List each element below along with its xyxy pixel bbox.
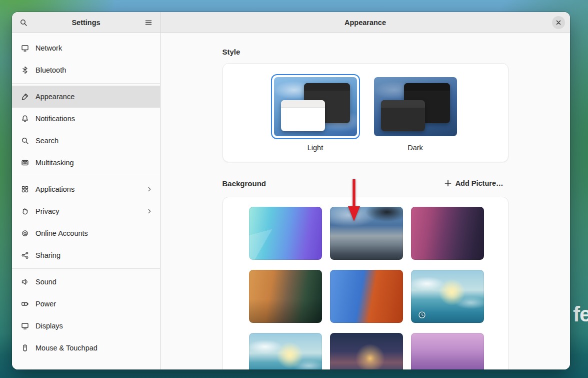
content-pane: Appearance Style L <box>160 12 570 369</box>
sidebar-item-label: Bluetooth <box>36 66 153 74</box>
page-title: Appearance <box>160 19 570 27</box>
sidebar-item-label: Notifications <box>36 115 153 123</box>
sidebar-item-label: Applications <box>36 185 140 193</box>
mouse-icon <box>21 344 29 352</box>
sidebar-separator <box>12 83 160 84</box>
sidebar-list: Network Bluetooth Appearance Notificatio… <box>12 33 160 359</box>
sidebar-item-privacy[interactable]: Privacy <box>12 200 160 222</box>
settings-window: Settings Network Bluetooth Appearance <box>12 12 570 369</box>
sidebar-item-search[interactable]: Search <box>12 130 160 152</box>
privacy-hand-icon <box>21 207 29 215</box>
sidebar-item-label: Multitasking <box>36 159 153 167</box>
sidebar-item-label: Displays <box>36 322 153 330</box>
sidebar-item-sound[interactable]: Sound <box>12 271 160 293</box>
content-headerbar: Appearance <box>160 12 570 33</box>
background-thumbnail-magenta-waves[interactable] <box>411 207 484 260</box>
add-picture-label: Add Picture… <box>456 179 504 187</box>
desktop-watermark: fe <box>573 302 588 326</box>
sidebar-item-power[interactable]: Power <box>12 293 160 315</box>
style-card: Light Dark <box>222 63 508 162</box>
at-symbol-icon <box>21 229 29 237</box>
background-thumbnail-island-night[interactable] <box>330 333 403 369</box>
style-light-preview <box>274 77 357 136</box>
sidebar-item-appearance[interactable]: Appearance <box>12 86 160 108</box>
bell-icon <box>21 115 29 123</box>
style-option-light[interactable]: Light <box>271 74 360 152</box>
speaker-icon <box>21 278 29 286</box>
background-thumbnail-orange-green[interactable] <box>249 270 322 323</box>
background-section-header: Background Add Picture… <box>222 176 508 190</box>
applications-grid-icon <box>21 185 29 193</box>
search-icon <box>21 137 29 145</box>
style-dark-selection-ring <box>371 74 460 139</box>
sidebar-item-label: Sharing <box>36 251 153 259</box>
style-option-dark[interactable]: Dark <box>371 74 460 152</box>
preview-front-window <box>381 100 425 131</box>
chevron-right-icon <box>146 186 153 193</box>
sidebar-item-label: Mouse & Touchpad <box>36 344 153 352</box>
sidebar-item-sharing[interactable]: Sharing <box>12 244 160 266</box>
background-thumbnail-city-skyline[interactable] <box>330 207 403 260</box>
sidebar-item-label: Power <box>36 300 153 308</box>
background-section-title: Background <box>222 179 266 188</box>
sidebar-item-label: Online Accounts <box>36 229 153 237</box>
sidebar-item-mouse-touchpad[interactable]: Mouse & Touchpad <box>12 337 160 359</box>
style-option-label: Dark <box>408 144 423 152</box>
sidebar-item-label: Privacy <box>36 207 140 215</box>
style-dark-preview <box>374 77 457 136</box>
background-thumbnail-grid <box>249 207 482 369</box>
sidebar-separator <box>12 176 160 176</box>
sidebar-title: Settings <box>12 19 160 27</box>
sidebar-headerbar: Settings <box>12 12 160 33</box>
sidebar-item-label: Search <box>36 137 153 145</box>
multitasking-icon <box>21 159 29 167</box>
sidebar-item-applications[interactable]: Applications <box>12 178 160 200</box>
battery-icon <box>21 300 29 308</box>
content-scroll-area[interactable]: Style Light <box>160 33 570 369</box>
chevron-right-icon <box>146 208 153 215</box>
sidebar-item-label: Appearance <box>36 93 153 101</box>
sidebar-item-label: Network <box>36 44 153 52</box>
sidebar: Settings Network Bluetooth Appearance <box>12 12 160 369</box>
add-picture-button[interactable]: Add Picture… <box>439 176 508 190</box>
sidebar-item-label: Sound <box>36 278 153 286</box>
sidebar-item-multitasking[interactable]: Multitasking <box>12 152 160 174</box>
sidebar-item-network[interactable]: Network <box>12 37 160 59</box>
sidebar-item-displays[interactable]: Displays <box>12 315 160 337</box>
appearance-icon <box>21 93 29 101</box>
close-icon <box>554 19 562 27</box>
close-button[interactable] <box>552 16 565 29</box>
hamburger-menu-icon <box>144 19 152 27</box>
share-nodes-icon <box>21 251 29 259</box>
background-card <box>222 197 508 369</box>
background-thumbnail-purple-mountains[interactable] <box>411 333 484 369</box>
background-thumbnail-abstract-triangles[interactable] <box>249 207 322 260</box>
display-icon <box>21 322 29 330</box>
main-menu-button[interactable] <box>141 15 156 30</box>
background-thumbnail-blue-orange[interactable] <box>330 270 403 323</box>
network-icon <box>21 44 29 52</box>
plus-icon <box>444 179 452 187</box>
sidebar-item-notifications[interactable]: Notifications <box>12 108 160 130</box>
sidebar-item-bluetooth[interactable]: Bluetooth <box>12 59 160 81</box>
style-section-title: Style <box>222 48 508 56</box>
bluetooth-icon <box>21 66 29 74</box>
search-button[interactable] <box>16 15 31 30</box>
sidebar-separator <box>12 268 160 269</box>
sidebar-item-online-accounts[interactable]: Online Accounts <box>12 222 160 244</box>
search-icon <box>20 19 28 27</box>
background-thumbnail-island-day[interactable] <box>411 270 484 323</box>
slideshow-clock-icon <box>418 311 426 319</box>
background-thumbnail-island-day-2[interactable] <box>249 333 322 369</box>
style-light-selection-ring <box>271 74 360 139</box>
preview-front-window <box>281 100 325 131</box>
style-option-label: Light <box>308 144 323 152</box>
